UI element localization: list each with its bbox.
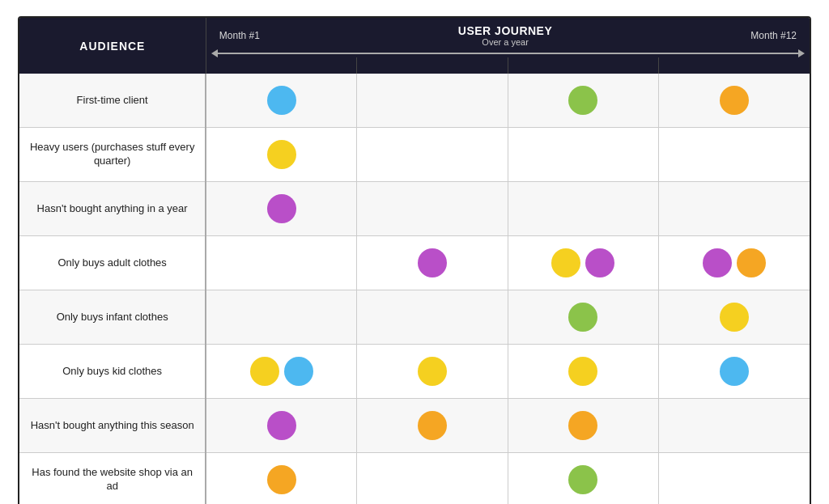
- table-row: Heavy users (purchases stuff every quart…: [19, 128, 810, 182]
- yellow-dot: [250, 357, 279, 386]
- audience-cell: Hasn't bought anything this season: [19, 399, 206, 453]
- dot-cell: [508, 453, 658, 505]
- journey-table: AUDIENCE Month #1 USER JOURNEY Over a ye…: [19, 18, 810, 504]
- orange-dot: [418, 411, 447, 440]
- green-dot: [568, 86, 597, 115]
- table-row: Only buys adult clothes: [19, 236, 810, 290]
- dot-cell: [508, 345, 658, 399]
- main-wrapper: AUDIENCE Month #1 USER JOURNEY Over a ye…: [18, 16, 811, 504]
- journey-header-inner: Month #1 USER JOURNEY Over a year Month …: [206, 24, 810, 57]
- dot-cell: [206, 290, 356, 345]
- dot-cell: [659, 128, 810, 182]
- dot-cell: [206, 236, 356, 290]
- arrowhead-left: [211, 49, 218, 57]
- audience-cell: Only buys adult clothes: [19, 236, 206, 290]
- audience-cell: First-time client: [19, 74, 206, 128]
- blue-dot: [720, 357, 749, 386]
- audience-cell: Heavy users (purchases stuff every quart…: [19, 128, 206, 182]
- audience-header-label: AUDIENCE: [79, 40, 145, 53]
- journey-subtitle: Over a year: [482, 37, 528, 47]
- purple-dot: [418, 248, 447, 277]
- dot-cell: [508, 399, 658, 453]
- dot-cell: [206, 453, 356, 505]
- yellow-dot: [720, 303, 749, 332]
- journey-title: USER JOURNEY: [458, 24, 552, 37]
- audience-cell: Only buys kid clothes: [19, 345, 206, 399]
- dot-cell: [659, 345, 810, 399]
- dot-cell: [357, 453, 508, 505]
- yellow-dot: [418, 357, 447, 386]
- dot-cell: [357, 345, 508, 399]
- purple-dot: [267, 194, 296, 223]
- dot-cell: [659, 453, 810, 505]
- blue-dot: [267, 86, 296, 115]
- dot-cell: [659, 182, 810, 236]
- purple-dot: [703, 248, 732, 277]
- table-row: First-time client: [19, 74, 810, 128]
- col1-header: [206, 57, 356, 74]
- purple-dot: [267, 411, 296, 440]
- dot-cell: [508, 236, 658, 290]
- audience-cell: Has found the website shop via an ad: [19, 453, 206, 505]
- dot-cell: [206, 345, 356, 399]
- dot-cell: [357, 290, 508, 345]
- dot-cell: [357, 399, 508, 453]
- green-dot: [568, 465, 597, 494]
- journey-header: Month #1 USER JOURNEY Over a year Month …: [206, 18, 810, 57]
- dot-cell: [659, 236, 810, 290]
- table-row: Has found the website shop via an ad: [19, 453, 810, 505]
- dot-cell: [508, 74, 658, 128]
- arrowhead-right: [798, 49, 805, 57]
- col3-header: [508, 57, 658, 74]
- month1-label: Month #1: [219, 30, 260, 41]
- dot-cell: [508, 290, 658, 345]
- arrow-container: [206, 49, 810, 57]
- dot-cell: [357, 74, 508, 128]
- dot-cell: [659, 399, 810, 453]
- journey-table-container: AUDIENCE Month #1 USER JOURNEY Over a ye…: [18, 16, 811, 504]
- table-row: Only buys infant clothes: [19, 290, 810, 345]
- orange-dot: [720, 86, 749, 115]
- col2-header: [357, 57, 508, 74]
- dot-cell: [206, 128, 356, 182]
- table-header-row: AUDIENCE Month #1 USER JOURNEY Over a ye…: [19, 18, 810, 57]
- table-row: Only buys kid clothes: [19, 345, 810, 399]
- dot-cell: [508, 128, 658, 182]
- orange-dot: [568, 411, 597, 440]
- audience-cell: Only buys infant clothes: [19, 290, 206, 345]
- dot-cell: [357, 236, 508, 290]
- dot-cell: [206, 182, 356, 236]
- col4-header: [659, 57, 810, 74]
- blue-dot: [284, 357, 313, 386]
- yellow-dot: [568, 357, 597, 386]
- audience-cell: Hasn't bought anything in a year: [19, 182, 206, 236]
- yellow-dot: [267, 140, 296, 169]
- orange-dot: [737, 248, 766, 277]
- table-row: Hasn't bought anything in a year: [19, 182, 810, 236]
- month12-label: Month #12: [750, 30, 797, 41]
- dot-cell: [508, 182, 658, 236]
- dot-cell: [659, 290, 810, 345]
- table-row: Hasn't bought anything this season: [19, 399, 810, 453]
- purple-dot: [585, 248, 614, 277]
- dot-cell: [659, 74, 810, 128]
- dot-cell: [357, 128, 508, 182]
- green-dot: [568, 303, 597, 332]
- audience-header: AUDIENCE: [19, 18, 206, 74]
- dot-cell: [206, 399, 356, 453]
- table-body: First-time clientHeavy users (purchases …: [19, 74, 810, 504]
- yellow-dot: [551, 248, 580, 277]
- orange-dot: [267, 465, 296, 494]
- arrow-shaft: [218, 53, 798, 54]
- dot-cell: [357, 182, 508, 236]
- dot-cell: [206, 74, 356, 128]
